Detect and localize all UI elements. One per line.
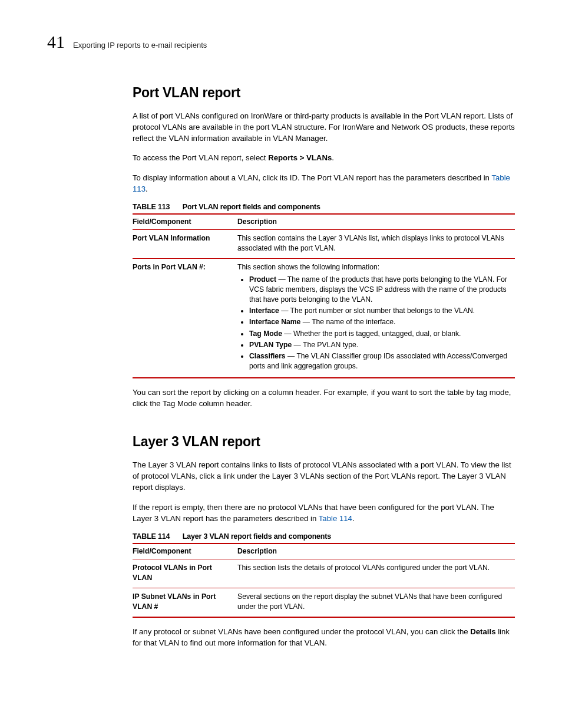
paragraph: You can sort the report by clicking on a…	[133, 387, 515, 409]
text: To display information about a VLAN, cli…	[133, 173, 491, 182]
definition: — The PVLAN type.	[292, 341, 358, 349]
link-name: Details	[470, 627, 495, 636]
text: .	[146, 185, 148, 193]
table-row: IP Subnet VLANs in Port VLAN # Several s…	[133, 588, 515, 618]
table-row: Port VLAN Information This section conta…	[133, 229, 515, 258]
list-item: Interface — The port number or slot numb…	[249, 306, 509, 316]
list-item: Classifiers — The VLAN Classifier group …	[249, 351, 509, 371]
table-row: Ports in Port VLAN #: This section shows…	[133, 259, 515, 378]
text: If any protocol or subnet VLANs have bee…	[133, 627, 470, 636]
definition: — Whether the port is tagged, untagged, …	[282, 330, 461, 338]
bullet-list: Product — The name of the products that …	[237, 275, 509, 371]
list-item: Product — The name of the products that …	[249, 275, 509, 305]
term: Classifiers	[249, 352, 286, 360]
chapter-number: 41	[47, 33, 65, 51]
paragraph: If any protocol or subnet VLANs have bee…	[133, 626, 515, 648]
table-113-caption: TABLE 113 Port VLAN report fields and co…	[133, 203, 515, 211]
heading-layer3-vlan-report: Layer 3 VLAN report	[133, 434, 515, 450]
paragraph: The Layer 3 VLAN report contains links t…	[133, 459, 515, 493]
text: If the report is empty, then there are n…	[133, 503, 494, 523]
document-page: 41 Exporting IP reports to e-mail recipi…	[0, 0, 562, 693]
running-header: 41 Exporting IP reports to e-mail recipi…	[47, 33, 515, 51]
col-header-description: Description	[237, 543, 515, 559]
definition: — The VLAN Classifier group IDs associat…	[249, 352, 507, 370]
text: This section shows the following informa…	[237, 263, 379, 271]
col-header-field: Field/Component	[133, 543, 237, 559]
list-item: Interface Name — The name of the interfa…	[249, 317, 509, 327]
term: PVLAN Type	[249, 341, 292, 349]
term: Product	[249, 275, 276, 284]
main-content: Port VLAN report A list of port VLANs co…	[133, 85, 515, 649]
cell-field: Protocol VLANs in Port VLAN	[133, 559, 237, 588]
link-table-114[interactable]: Table 114	[319, 514, 352, 523]
definition: — The name of the interface.	[300, 318, 395, 326]
col-header-description: Description	[237, 214, 515, 230]
col-header-field: Field/Component	[133, 214, 237, 230]
paragraph: To access the Port VLAN report, select R…	[133, 152, 515, 163]
table-114-caption: TABLE 114 Layer 3 VLAN report fields and…	[133, 532, 515, 541]
table-label: TABLE 114	[133, 532, 170, 541]
term: Interface	[249, 307, 279, 315]
cell-field: Ports in Port VLAN #:	[133, 259, 237, 378]
term: Interface Name	[249, 318, 300, 326]
cell-field: IP Subnet VLANs in Port VLAN #	[133, 588, 237, 618]
definition: — The name of the products that have por…	[249, 275, 507, 304]
paragraph: If the report is empty, then there are n…	[133, 502, 515, 524]
table-title: Port VLAN report fields and components	[183, 203, 320, 211]
heading-port-vlan-report: Port VLAN report	[133, 85, 515, 101]
text: .	[332, 153, 334, 162]
menu-path: Reports > VLANs	[268, 153, 332, 162]
cell-description: This section lists the details of protoc…	[237, 559, 515, 588]
table-title: Layer 3 VLAN report fields and component…	[183, 532, 331, 541]
list-item: Tag Mode — Whether the port is tagged, u…	[249, 329, 509, 339]
table-row: Protocol VLANs in Port VLAN This section…	[133, 559, 515, 588]
text: .	[352, 514, 355, 523]
paragraph: To display information about a VLAN, cli…	[133, 172, 515, 195]
cell-field: Port VLAN Information	[133, 229, 237, 258]
table-113: Field/Component Description Port VLAN In…	[133, 213, 515, 378]
cell-description: This section contains the Layer 3 VLANs …	[237, 229, 515, 258]
table-label: TABLE 113	[133, 203, 170, 211]
list-item: PVLAN Type — The PVLAN type.	[249, 340, 509, 350]
text: To access the Port VLAN report, select	[133, 153, 268, 162]
cell-description: Several sections on the report display t…	[237, 588, 515, 618]
running-title: Exporting IP reports to e-mail recipient…	[73, 41, 207, 50]
cell-description: This section shows the following informa…	[237, 259, 515, 378]
definition: — The port number or slot number that be…	[279, 307, 475, 315]
table-114: Field/Component Description Protocol VLA…	[133, 543, 515, 618]
term: Tag Mode	[249, 330, 282, 338]
paragraph: A list of port VLANs configured on IronW…	[133, 110, 515, 144]
